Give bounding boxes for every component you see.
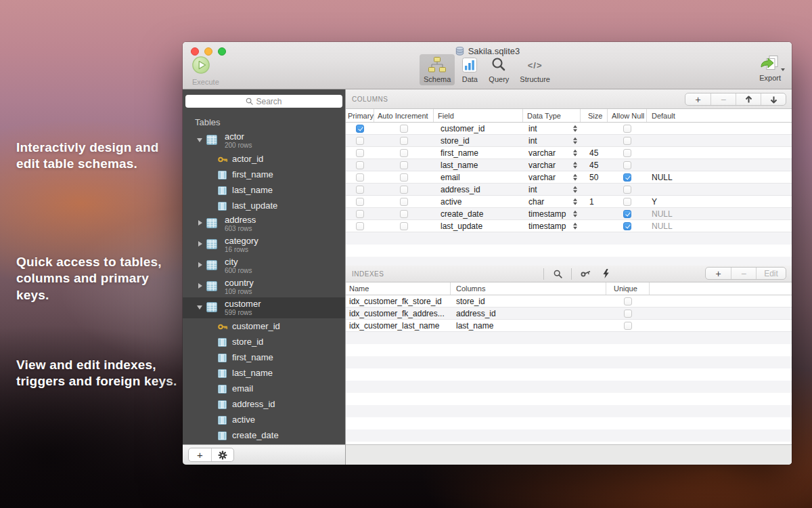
- primary-checkbox[interactable]: [356, 186, 364, 194]
- tab-query[interactable]: Query: [484, 54, 513, 85]
- data-type-stepper[interactable]: [573, 137, 577, 144]
- indexes-table-row[interactable]: idx_customer_last_name last_name: [346, 320, 792, 332]
- unique-checkbox[interactable]: [624, 297, 632, 305]
- data-type-stepper[interactable]: [573, 210, 577, 217]
- columns-table-row[interactable]: email varchar 50 NULL: [346, 171, 792, 184]
- auto-increment-checkbox[interactable]: [400, 198, 408, 206]
- auto-increment-checkbox[interactable]: [400, 210, 408, 218]
- columns-table-row[interactable]: last_name varchar 45: [346, 159, 792, 171]
- disclosure-triangle[interactable]: [198, 241, 202, 247]
- data-type-stepper[interactable]: [573, 198, 577, 205]
- data-type-stepper[interactable]: [573, 125, 577, 132]
- allow-null-checkbox[interactable]: [623, 149, 631, 157]
- sidebar-table-item[interactable]: customer 599 rows: [183, 297, 345, 318]
- allow-null-checkbox[interactable]: [623, 125, 631, 133]
- unique-checkbox[interactable]: [624, 310, 632, 318]
- move-column-down-button[interactable]: [761, 93, 786, 105]
- columns-table-row[interactable]: last_update timestamp NULL: [346, 220, 792, 232]
- auto-increment-checkbox[interactable]: [400, 137, 408, 145]
- tab-structure[interactable]: </> Structure: [516, 54, 554, 85]
- allow-null-checkbox[interactable]: [623, 186, 631, 194]
- auto-increment-checkbox[interactable]: [400, 161, 408, 169]
- sidebar-table-item[interactable]: actor 200 rows: [183, 130, 345, 151]
- sidebar-column-item[interactable]: last_name: [183, 365, 345, 381]
- sidebar-settings-button[interactable]: [211, 448, 233, 461]
- remove-column-button[interactable]: −: [710, 93, 736, 105]
- disclosure-triangle[interactable]: [198, 220, 202, 226]
- disclosure-triangle[interactable]: [198, 283, 202, 289]
- search-input[interactable]: Search: [185, 95, 342, 108]
- allow-null-checkbox[interactable]: [623, 161, 631, 169]
- auto-increment-checkbox[interactable]: [400, 149, 408, 157]
- tab-schema-label: Schema: [424, 75, 451, 83]
- sidebar-column-item[interactable]: email: [183, 381, 345, 396]
- auto-increment-checkbox[interactable]: [400, 186, 408, 194]
- remove-index-button[interactable]: −: [731, 268, 756, 279]
- allow-null-checkbox[interactable]: [623, 173, 631, 182]
- sidebar-table-item[interactable]: city 600 rows: [183, 255, 345, 276]
- triggers-button[interactable]: [598, 269, 613, 278]
- disclosure-triangle[interactable]: [198, 262, 202, 268]
- primary-checkbox[interactable]: [356, 210, 364, 218]
- sidebar-column-item[interactable]: first_name: [183, 167, 345, 182]
- sidebar-column-item[interactable]: first_name: [183, 350, 345, 365]
- data-type-stepper[interactable]: [573, 222, 577, 230]
- tagline-indexes: View and edit indexes, triggers and fore…: [16, 357, 185, 390]
- allow-null-checkbox[interactable]: [623, 222, 631, 230]
- execute-button[interactable]: Execute: [191, 56, 231, 86]
- main-bottom-bar: [346, 444, 792, 465]
- sidebar-table-item[interactable]: category 16 rows: [183, 234, 345, 255]
- disclosure-triangle[interactable]: [197, 305, 202, 310]
- edit-index-button[interactable]: Edit: [756, 268, 786, 279]
- move-column-up-button[interactable]: [736, 93, 761, 105]
- data-type-stepper[interactable]: [573, 149, 577, 156]
- primary-checkbox[interactable]: [356, 161, 364, 169]
- tab-schema[interactable]: Schema: [420, 54, 455, 85]
- primary-checkbox[interactable]: [356, 198, 364, 206]
- sidebar-column-item[interactable]: last_update: [183, 198, 345, 213]
- allow-null-checkbox[interactable]: [623, 210, 631, 218]
- sidebar-column-item[interactable]: last_name: [183, 182, 345, 198]
- sidebar-column-item[interactable]: create_date: [183, 427, 345, 443]
- primary-checkbox[interactable]: [356, 149, 364, 157]
- indexes-table-row[interactable]: idx_customer_fk_store_id store_id: [346, 295, 792, 308]
- primary-checkbox[interactable]: [356, 137, 364, 145]
- auto-increment-checkbox[interactable]: [400, 173, 408, 182]
- export-button[interactable]: Export: [759, 54, 781, 82]
- sidebar-table-item[interactable]: country 109 rows: [183, 276, 345, 297]
- data-type-stepper[interactable]: [573, 161, 577, 169]
- indexes-table-row[interactable]: idx_customer_fk_addres... address_id: [346, 308, 792, 320]
- allow-null-checkbox[interactable]: [623, 198, 631, 206]
- sidebar-column-item[interactable]: actor_id: [183, 151, 345, 167]
- primary-checkbox[interactable]: [356, 173, 364, 182]
- auto-increment-checkbox[interactable]: [400, 222, 408, 230]
- allow-null-checkbox[interactable]: [623, 137, 631, 145]
- sidebar-column-item[interactable]: customer_id: [183, 318, 345, 334]
- add-index-button[interactable]: +: [706, 268, 731, 279]
- columns-table-row[interactable]: create_date timestamp NULL: [346, 208, 792, 220]
- tab-data[interactable]: Data: [457, 54, 482, 85]
- indexes-panel-header: INDEXES: [346, 266, 792, 282]
- indexes-table-header: Name Columns Unique: [346, 282, 792, 295]
- indexes-search-button[interactable]: [550, 270, 565, 278]
- columns-table-row[interactable]: customer_id int: [346, 123, 792, 135]
- data-type-stepper[interactable]: [573, 173, 577, 181]
- auto-increment-checkbox[interactable]: [400, 125, 408, 133]
- sidebar-column-item[interactable]: active: [183, 412, 345, 427]
- table-icon: [206, 260, 217, 273]
- columns-table-row[interactable]: store_id int: [346, 135, 792, 147]
- unique-checkbox[interactable]: [624, 322, 632, 330]
- foreign-keys-button[interactable]: [578, 270, 593, 278]
- primary-checkbox[interactable]: [356, 125, 364, 133]
- columns-table-row[interactable]: active char 1 Y: [346, 196, 792, 208]
- sidebar-column-item[interactable]: address_id: [183, 396, 345, 412]
- columns-table-row[interactable]: address_id int: [346, 184, 792, 196]
- primary-checkbox[interactable]: [356, 222, 364, 230]
- sidebar-table-item[interactable]: address 603 rows: [183, 213, 345, 234]
- add-column-button[interactable]: +: [685, 93, 710, 105]
- add-table-button[interactable]: +: [189, 448, 211, 461]
- data-type-stepper[interactable]: [573, 186, 577, 193]
- sidebar-column-item[interactable]: store_id: [183, 334, 345, 350]
- columns-table-row[interactable]: first_name varchar 45: [346, 147, 792, 159]
- disclosure-triangle[interactable]: [197, 138, 202, 142]
